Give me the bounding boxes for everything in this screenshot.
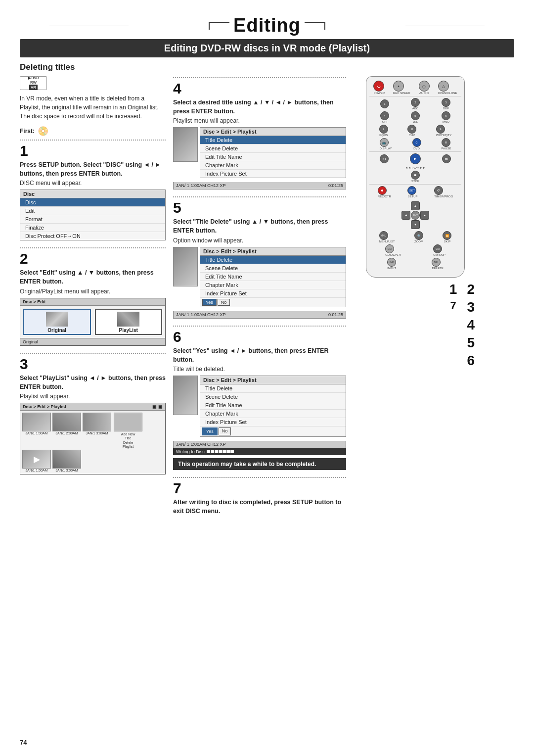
intro-text: In VR mode, even when a title is deleted… bbox=[20, 94, 166, 121]
r-skip-grp: ⏩ SKIP bbox=[443, 231, 451, 243]
step-6-menu-box: Disc > Edit > Playlist Title Delete Scen… bbox=[200, 376, 346, 437]
remote-display-row: 📺 DISPLAY 0 DVD ⏸ PAUSE bbox=[369, 138, 461, 150]
playlist-thumb-5: JAN/1 3:00AM bbox=[52, 450, 81, 472]
pad-empty4 bbox=[420, 220, 429, 229]
step-5-item-0: Title Delete bbox=[200, 256, 346, 264]
input-btn[interactable]: INP bbox=[387, 258, 396, 267]
disc-menu-item-1: Edit bbox=[20, 207, 165, 215]
col-left: ▶ DVD RW VR In VR mode, even when a titl… bbox=[20, 76, 173, 522]
thumb-label-5: JAN/1 3:00AM bbox=[52, 469, 81, 472]
open-close-btn[interactable]: △ bbox=[438, 81, 449, 92]
page-title: Editing bbox=[233, 15, 301, 36]
step-5-sub: Option window will appear. bbox=[173, 237, 346, 244]
btn-2[interactable]: 2 bbox=[411, 98, 420, 107]
vr-badge: VR bbox=[29, 85, 38, 90]
btn-4[interactable]: 4 bbox=[380, 111, 389, 120]
r-audio-grp: ◯ AUDIO bbox=[419, 81, 430, 94]
step-3-block: 3 Select "PlayList" using ◄ / ► buttons,… bbox=[20, 353, 166, 475]
step-5-item-2: Edit Title Name bbox=[200, 273, 346, 281]
btn-7[interactable]: 7 bbox=[379, 125, 388, 134]
rec-speed-btn[interactable]: ● bbox=[393, 81, 404, 92]
cmskip-btn[interactable]: CM bbox=[433, 244, 442, 253]
step-6-no: No bbox=[219, 427, 231, 435]
step-6-bottom-bar: JAN/ 1 1:00AM CH12 XP bbox=[173, 441, 346, 448]
delete-btn[interactable]: DEL bbox=[432, 258, 441, 267]
left-btn[interactable]: ◄ bbox=[401, 211, 410, 220]
step-4-item-4: Index Picture Set bbox=[200, 170, 346, 178]
btn-6[interactable]: 6 bbox=[442, 111, 450, 120]
rs-7: 7 bbox=[450, 300, 456, 311]
r-9-grp: 9 WXYZ/QTY bbox=[436, 125, 451, 137]
thumb-label-1: JAN/1 1:00AM bbox=[22, 431, 51, 435]
enter-btn[interactable]: ENT bbox=[411, 211, 420, 220]
step-6-thumb bbox=[173, 376, 198, 415]
right-btn[interactable]: ► bbox=[420, 211, 429, 220]
setup-btn[interactable]: SET bbox=[407, 186, 416, 195]
step-4-thumb bbox=[173, 127, 198, 162]
btn-1[interactable]: 1 bbox=[380, 99, 389, 108]
playlist-add-thumb bbox=[114, 413, 142, 431]
audio-btn[interactable]: ◯ bbox=[419, 81, 430, 92]
step-6-yes-no: Yes No bbox=[200, 426, 346, 436]
play-btn[interactable]: ▶ bbox=[410, 153, 421, 164]
step-5-no: No bbox=[218, 299, 230, 306]
r-cmskip-grp: CM CM SKIP bbox=[433, 244, 445, 256]
step-5-num: 5 bbox=[173, 199, 346, 216]
r-pause-grp: ⏸ PAUSE bbox=[442, 138, 451, 150]
step-3-dots bbox=[20, 353, 166, 354]
power-btn[interactable]: ⏻ bbox=[373, 81, 384, 92]
step-7-dots bbox=[173, 477, 346, 478]
btn-0[interactable]: 0 bbox=[412, 138, 421, 147]
disc-menu-item-4: Disc Protect OFF→ON bbox=[20, 232, 165, 240]
r-2-grp: 2 ABC bbox=[411, 98, 420, 110]
remote-num-row1: 1 2 ABC 3 DEF bbox=[369, 98, 461, 110]
pause-btn[interactable]: ⏸ bbox=[442, 138, 450, 147]
rew-btn[interactable]: ⏮ bbox=[380, 154, 389, 163]
btn-8[interactable]: 8 bbox=[407, 125, 416, 134]
zoom-btn[interactable]: 🔍 bbox=[414, 231, 423, 240]
ff-btn[interactable]: ⏭ bbox=[442, 154, 451, 163]
display-btn[interactable]: 📺 bbox=[380, 138, 389, 147]
down-btn[interactable]: ▼ bbox=[411, 220, 420, 229]
playlist-thumb-2: JAN/1 2:00AM bbox=[52, 413, 81, 449]
step-4-block: 4 Select a desired title using ▲ / ▼ / ◄… bbox=[173, 77, 346, 189]
step-1-dots bbox=[20, 140, 166, 141]
skip-btn[interactable]: ⏩ bbox=[443, 231, 451, 240]
remote-control: ⏻ POWER ● REC SPEED ◯ AUDIO △ bbox=[366, 76, 465, 278]
step-6-sub: Title will be deleted. bbox=[173, 366, 346, 373]
btn-3[interactable]: 3 bbox=[442, 98, 450, 107]
wb6 bbox=[226, 450, 230, 453]
page: Editing Editing DVD-RW discs in VR mode … bbox=[0, 0, 534, 756]
step-6-yes: Yes bbox=[202, 427, 218, 435]
up-btn[interactable]: ▲ bbox=[411, 201, 420, 210]
step-7-num: 7 bbox=[173, 480, 346, 497]
step-2-block: 2 Select "Edit" using ▲ / ▼ buttons, the… bbox=[20, 247, 166, 345]
right-steps-row: 1 7 2 3 4 5 6 bbox=[449, 283, 475, 368]
step-5-yes: Yes bbox=[202, 299, 217, 306]
step-4-instruction: Select a desired title using ▲ / ▼ / ◄ /… bbox=[173, 98, 346, 116]
guide-btn[interactable]: GUI bbox=[385, 244, 394, 253]
rs-4: 4 bbox=[467, 318, 475, 332]
rec-btn[interactable]: ⏺ bbox=[378, 186, 387, 195]
stop-btn[interactable]: ⏹ bbox=[411, 171, 420, 180]
play-labels: ◄◄ PLAY ►► bbox=[369, 166, 461, 169]
step-4-item-0: Title Delete bbox=[200, 136, 346, 144]
step-6-block: 6 Select "Yes" using ◄ / ► buttons, then… bbox=[173, 326, 346, 470]
step-4-menu-area: Disc > Edit > Playlist Title Delete Scen… bbox=[173, 127, 346, 182]
step-5-item-3: Chapter Mark bbox=[200, 281, 346, 289]
timer-btn[interactable]: ⏱ bbox=[434, 186, 443, 195]
step-6-menu-title: Disc > Edit > Playlist bbox=[200, 376, 346, 384]
step-5-menu-title: Disc > Edit > Playlist bbox=[200, 247, 346, 256]
writing-bar: Writing to Disc bbox=[173, 448, 346, 455]
step-6-item-3: Chapter Mark bbox=[200, 410, 346, 418]
r-menulist-grp: MNU MENU/LIST bbox=[379, 231, 395, 243]
wb3 bbox=[215, 450, 218, 453]
btn-5[interactable]: 5 bbox=[411, 111, 420, 120]
r-display-grp: 📺 DISPLAY bbox=[380, 138, 392, 150]
r-1-grp: 1 bbox=[380, 99, 389, 108]
btn-9[interactable]: 9 bbox=[436, 125, 445, 134]
menulist-btn[interactable]: MNU bbox=[379, 231, 388, 240]
step-2-num: 2 bbox=[20, 250, 166, 267]
step-7-instruction: After writing to disc is completed, pres… bbox=[173, 498, 346, 516]
r-5-grp: 5 JKL bbox=[411, 111, 420, 123]
